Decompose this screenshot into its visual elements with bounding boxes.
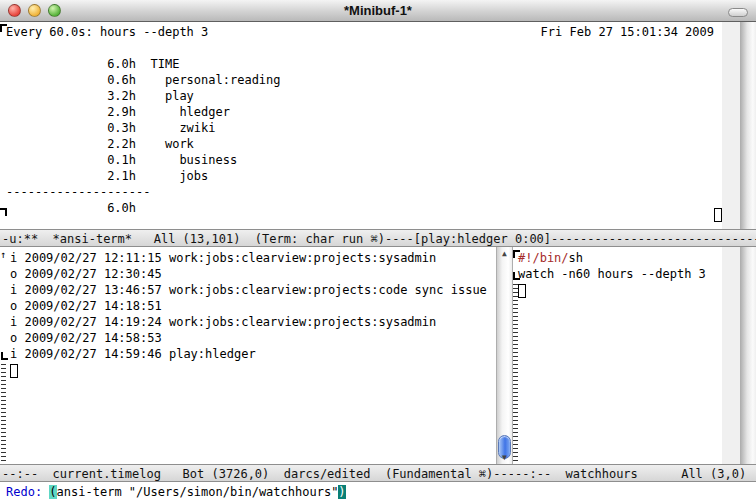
shebang-comment: #!/bin/ bbox=[518, 251, 569, 265]
script-command-line: watch -n60 hours --depth 3 bbox=[518, 266, 722, 282]
watchhours-window[interactable]: #!/bin/sh watch -n60 hours --depth 3 bbox=[513, 247, 722, 464]
buffer-line: i 2009/02/27 14:19:24 work:jobs:clearvie… bbox=[10, 314, 496, 330]
toolbar-toggle-button[interactable] bbox=[728, 8, 748, 17]
scrollbar-up-arrow[interactable]: ▲ bbox=[497, 250, 512, 258]
watch-date-text: Fri Feb 27 15:01:34 2009 bbox=[541, 24, 714, 40]
paren-match-open: ( bbox=[49, 485, 56, 499]
buffer-end-indicator-icon bbox=[1, 352, 8, 360]
timelog-window[interactable]: i 2009/02/27 12:11:15 work:jobs:clearvie… bbox=[0, 247, 496, 464]
buffer-line: 0.6h personal:reading bbox=[6, 72, 722, 88]
redo-prompt: Redo: bbox=[6, 485, 49, 499]
window-title: *Minibuf-1* bbox=[0, 3, 756, 19]
term-cursor bbox=[714, 208, 722, 222]
watch-command-text: Every 60.0s: hours --depth 3 bbox=[6, 24, 208, 40]
empty-lines-indicator bbox=[1, 364, 6, 462]
shebang-interpreter: sh bbox=[569, 251, 583, 265]
buffer-line: i 2009/02/27 12:11:15 work:jobs:clearvie… bbox=[10, 250, 496, 266]
buffer-line: o 2009/02/27 12:30:45 bbox=[10, 266, 496, 282]
buffer-top-indicator-icon bbox=[0, 24, 7, 32]
modeline-watchhours[interactable]: --:-- watchhours All (3,0) bbox=[513, 464, 756, 482]
timelog-scrollbar[interactable]: ▲ ▼ bbox=[496, 247, 513, 464]
buffer-line: 0.1h business bbox=[6, 152, 722, 168]
empty-lines-indicator bbox=[513, 284, 518, 462]
buffer-end-indicator-icon bbox=[513, 272, 520, 280]
buffer-line: 3.2h play bbox=[6, 88, 722, 104]
buffer-line: 6.0h bbox=[6, 200, 722, 216]
timelog-cursor bbox=[10, 364, 18, 378]
minibuffer-cursor-on-paren: ) bbox=[338, 485, 345, 499]
hours-report: 6.0h TIME 0.6h personal:reading 3.2h pla… bbox=[0, 40, 722, 216]
buffer-line: o 2009/02/27 14:58:53 bbox=[10, 330, 496, 346]
buffer-line: -------------------- bbox=[6, 184, 722, 200]
title-bar[interactable]: *Minibuf-1* bbox=[0, 0, 756, 22]
scroll-up-indicator-icon: ↑ bbox=[0, 250, 6, 260]
timelog-entries: i 2009/02/27 12:11:15 work:jobs:clearvie… bbox=[0, 247, 496, 362]
buffer-line: 6.0h TIME bbox=[6, 56, 722, 72]
minibuffer-command: ansi-term "/Users/simon/bin/watchhours" bbox=[57, 485, 339, 499]
minibuffer[interactable]: Redo: (ansi-term "/Users/simon/bin/watch… bbox=[0, 482, 756, 502]
buffer-line: i 2009/02/27 13:46:57 work:jobs:clearvie… bbox=[10, 282, 496, 298]
emacs-frame: *Minibuf-1* Every 60.0s: hours --depth 3… bbox=[0, 0, 756, 502]
buffer-line: 2.2h work bbox=[6, 136, 722, 152]
shebang-line: #!/bin/sh bbox=[518, 250, 722, 266]
buffer-line: 0.3h zwiki bbox=[6, 120, 722, 136]
scrollbar-down-arrow[interactable]: ▼ bbox=[497, 454, 512, 462]
buffer-bottom-indicator-icon bbox=[0, 208, 7, 216]
modeline-timelog[interactable]: --:-- current.timelog Bot (3726,0) darcs… bbox=[0, 464, 513, 482]
buffer-line: 2.1h jobs bbox=[6, 168, 722, 184]
buffer-top-indicator-icon bbox=[513, 250, 520, 258]
buffer-line: 2.9h hledger bbox=[6, 104, 722, 120]
buffer-line: o 2009/02/27 14:18:51 bbox=[10, 298, 496, 314]
buffer-line: i 2009/02/27 14:59:46 play:hledger bbox=[10, 346, 496, 362]
script-cursor bbox=[518, 284, 526, 298]
ansi-term-window[interactable]: Every 60.0s: hours --depth 3 Fri Feb 27 … bbox=[0, 22, 722, 229]
modeline-ansi-term[interactable]: -u:** *ansi-term* All (13,101) (Term: ch… bbox=[0, 229, 756, 247]
